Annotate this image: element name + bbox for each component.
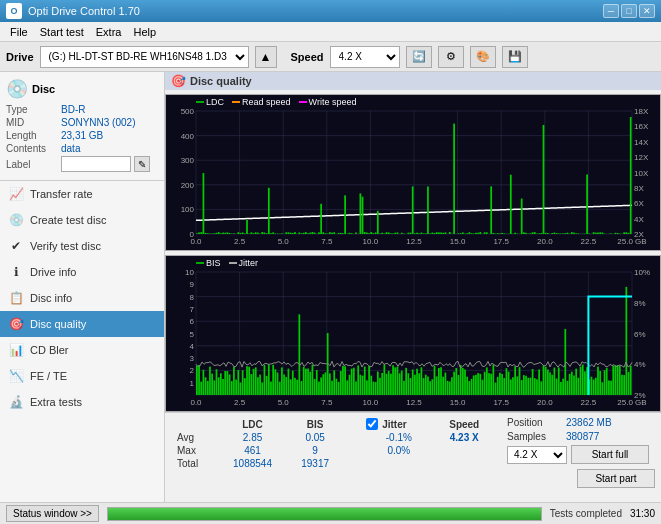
verify-disc-icon: ✔ — [8, 239, 24, 253]
drivebar: Drive (G:) HL-DT-ST BD-RE WH16NS48 1.D3 … — [0, 42, 661, 72]
nav-extra-tests[interactable]: 🔬 Extra tests — [0, 389, 164, 415]
top-chart-canvas — [166, 95, 660, 250]
menu-start-test[interactable]: Start test — [34, 24, 90, 40]
disc-icon: 💿 — [6, 78, 28, 100]
legend-read-speed: Read speed — [232, 97, 291, 107]
bis-chart: BIS Jitter — [165, 255, 661, 412]
mid-label: MID — [6, 117, 61, 128]
legend-write-speed: Write speed — [299, 97, 357, 107]
cd-bler-icon: 📊 — [8, 343, 24, 357]
start-part-button[interactable]: Start part — [577, 469, 655, 488]
avg-speed: 4.23 X — [435, 431, 493, 444]
settings-button[interactable]: ⚙ — [438, 46, 464, 68]
speed-select-stats[interactable]: 4.2 X — [507, 446, 567, 464]
nav-create-test-disc[interactable]: 💿 Create test disc — [0, 207, 164, 233]
jitter-checkbox-section: Jitter — [366, 418, 431, 430]
max-jitter: 0.0% — [362, 444, 435, 457]
chart-title-icon: 🎯 — [171, 74, 186, 88]
nav-fe-te[interactable]: 📉 FE / TE — [0, 363, 164, 389]
drive-label: Drive — [6, 51, 34, 63]
disc-info-icon: 📋 — [8, 291, 24, 305]
samples-row: Samples 380877 — [507, 431, 655, 442]
sidebar: 💿 Disc Type BD-R MID SONYNN3 (002) Lengt… — [0, 72, 165, 502]
status-time: 31:30 — [630, 508, 655, 519]
samples-label: Samples — [507, 431, 562, 442]
drive-info-icon: ℹ — [8, 265, 24, 279]
menu-file[interactable]: File — [4, 24, 34, 40]
charts-wrapper: LDC Read speed Write speed — [165, 94, 661, 412]
nav-verify-test-disc[interactable]: ✔ Verify test disc — [0, 233, 164, 259]
chart-title: Disc quality — [190, 75, 252, 87]
label-input[interactable] — [61, 156, 131, 172]
chart-title-bar: 🎯 Disc quality — [165, 72, 661, 90]
speed-select[interactable]: 4.2 X — [330, 46, 400, 68]
jitter-header: Jitter — [362, 417, 435, 431]
menu-help[interactable]: Help — [127, 24, 162, 40]
stats-area: LDC BIS Jitter Speed — [165, 412, 661, 502]
main-content: 💿 Disc Type BD-R MID SONYNN3 (002) Lengt… — [0, 72, 661, 502]
skin-button[interactable]: 🎨 — [470, 46, 496, 68]
disc-panel: 💿 Disc Type BD-R MID SONYNN3 (002) Lengt… — [0, 72, 164, 181]
nav-drive-info[interactable]: ℹ Drive info — [0, 259, 164, 285]
disc-quality-icon: 🎯 — [8, 317, 24, 331]
position-label: Position — [507, 417, 562, 428]
nav-transfer-rate[interactable]: 📈 Transfer rate — [0, 181, 164, 207]
window-title: Opti Drive Control 1.70 — [28, 5, 601, 17]
progress-bar-container — [107, 507, 542, 521]
ldc-chart: LDC Read speed Write speed — [165, 94, 661, 251]
legend-ldc: LDC — [196, 97, 224, 107]
extra-tests-icon: 🔬 — [8, 395, 24, 409]
close-button[interactable]: ✕ — [639, 4, 655, 18]
ldc-header: LDC — [217, 417, 288, 431]
max-bis: 9 — [288, 444, 342, 457]
drive-select[interactable]: (G:) HL-DT-ST BD-RE WH16NS48 1.D3 — [40, 46, 249, 68]
length-value: 23,31 GB — [61, 130, 158, 141]
bis-legend: BIS Jitter — [196, 258, 258, 268]
create-disc-icon: 💿 — [8, 213, 24, 227]
label-edit-button[interactable]: ✎ — [134, 156, 150, 172]
transfer-rate-icon: 📈 — [8, 187, 24, 201]
titlebar: O Opti Drive Control 1.70 ─ □ ✕ — [0, 0, 661, 22]
status-text: Tests completed — [550, 508, 622, 519]
ldc-legend: LDC Read speed Write speed — [196, 97, 356, 107]
bis-header: BIS — [288, 417, 342, 431]
total-bis: 19317 — [288, 457, 342, 470]
save-button[interactable]: 💾 — [502, 46, 528, 68]
progress-bar-fill — [108, 508, 541, 520]
status-window-button[interactable]: Status window >> — [6, 505, 99, 522]
speed-label: Speed — [291, 51, 324, 63]
samples-value: 380877 — [566, 431, 599, 442]
total-label: Total — [173, 457, 217, 470]
menu-extra[interactable]: Extra — [90, 24, 128, 40]
max-ldc: 461 — [217, 444, 288, 457]
avg-ldc: 2.85 — [217, 431, 288, 444]
avg-label: Avg — [173, 431, 217, 444]
jitter-checkbox[interactable] — [366, 418, 378, 430]
nav-disc-info[interactable]: 📋 Disc info — [0, 285, 164, 311]
label-input-group: ✎ — [61, 156, 150, 172]
disc-title: Disc — [32, 83, 55, 95]
mid-value: SONYNN3 (002) — [61, 117, 158, 128]
position-value: 23862 MB — [566, 417, 612, 428]
right-stats: Position 23862 MB Samples 380877 4.2 X S… — [501, 413, 661, 502]
contents-value: data — [61, 143, 158, 154]
speed-select-row: 4.2 X Start full — [507, 445, 655, 464]
stats-table: LDC BIS Jitter Speed — [165, 413, 501, 502]
refresh-button[interactable]: 🔄 — [406, 46, 432, 68]
start-full-button[interactable]: Start full — [571, 445, 649, 464]
type-value: BD-R — [61, 104, 158, 115]
avg-jitter: -0.1% — [362, 431, 435, 444]
maximize-button[interactable]: □ — [621, 4, 637, 18]
avg-bis: 0.05 — [288, 431, 342, 444]
menubar: File Start test Extra Help — [0, 22, 661, 42]
max-label: Max — [173, 444, 217, 457]
position-row: Position 23862 MB — [507, 417, 655, 428]
nav-disc-quality[interactable]: 🎯 Disc quality — [0, 311, 164, 337]
app-icon: O — [6, 3, 22, 19]
minimize-button[interactable]: ─ — [603, 4, 619, 18]
speed-stat-header: Speed — [435, 417, 493, 431]
eject-button[interactable]: ▲ — [255, 46, 277, 68]
fe-te-icon: 📉 — [8, 369, 24, 383]
bottom-chart-canvas — [166, 256, 660, 411]
nav-cd-bler[interactable]: 📊 CD Bler — [0, 337, 164, 363]
